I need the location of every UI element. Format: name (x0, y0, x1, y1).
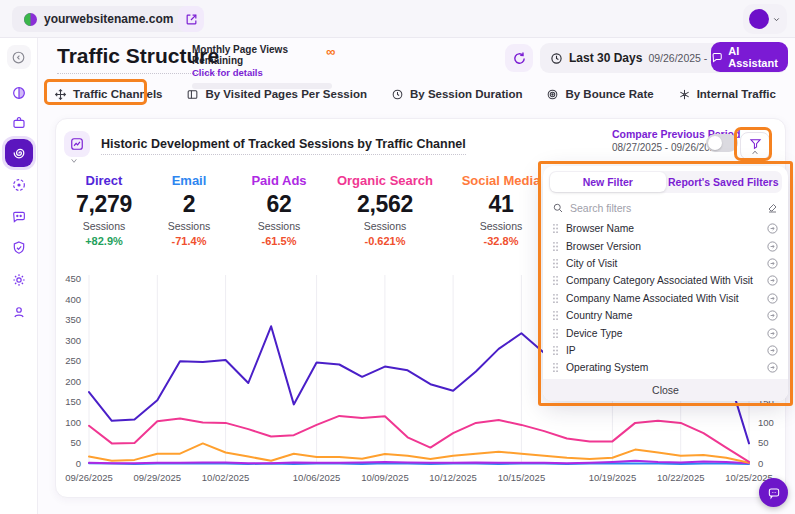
filter-search-row (552, 198, 779, 218)
ai-assistant-label: AI Assistant (728, 45, 788, 69)
tab-session-duration[interactable]: By Session Duration (391, 88, 522, 101)
filter-row[interactable]: Country Name (543, 307, 788, 324)
filter-panel-close-button[interactable]: Close (543, 379, 788, 401)
briefcase-icon (11, 115, 27, 131)
quota-label: Monthly Page Views Remaining (192, 44, 332, 66)
svg-text:250: 250 (65, 355, 81, 366)
filter-row-label: Company Category Associated With Visit (566, 275, 759, 286)
filter-row[interactable]: Browser Name (543, 220, 788, 237)
svg-text:400: 400 (65, 294, 81, 305)
sidebar-item-security[interactable] (11, 240, 27, 256)
svg-text:50: 50 (70, 437, 81, 448)
filter-row[interactable]: Company Category Associated With Visit (543, 272, 788, 289)
filter-panel: New Filter Report's Saved Filters Browse… (543, 166, 788, 401)
filter-row-label: City of Visit (566, 258, 759, 269)
tab-label: Traffic Channels (73, 88, 162, 100)
quota-block: Monthly Page Views Remaining Click for d… (192, 44, 332, 89)
topbar: yourwebsitename.com (0, 0, 795, 38)
filter-panel-tabs: New Filter Report's Saved Filters (549, 171, 782, 193)
sidebar-item-targeting[interactable] (11, 177, 27, 193)
tab-internal-traffic[interactable]: Internal Traffic (678, 88, 776, 101)
svg-text:100: 100 (65, 417, 81, 428)
filter-row-label: Device Type (566, 328, 759, 339)
tab-bounce-rate[interactable]: By Bounce Rate (546, 88, 653, 101)
drag-handle-icon (552, 362, 559, 373)
drag-handle-icon (552, 328, 559, 339)
filter-row-label: Browser Name (566, 223, 759, 234)
svg-text:10/09/2025: 10/09/2025 (361, 472, 409, 483)
sidebar-item-chatbot[interactable] (11, 209, 27, 225)
sidebar-item-settings[interactable] (11, 272, 27, 288)
circle-arrow-right-icon[interactable] (766, 292, 779, 305)
chat-bubble-icon (711, 51, 723, 64)
circle-arrow-right-icon[interactable] (766, 361, 779, 374)
circle-arrow-right-icon[interactable] (766, 257, 779, 270)
svg-text:09/29/2025: 09/29/2025 (134, 472, 182, 483)
arrows-move-icon (54, 88, 67, 101)
tab-new-filter[interactable]: New Filter (550, 172, 666, 192)
user-pin-icon (11, 304, 27, 320)
filter-row[interactable]: IP (543, 342, 788, 359)
open-site-button[interactable] (178, 6, 204, 32)
svg-text:10/15/2025: 10/15/2025 (498, 472, 546, 483)
circle-arrow-right-icon[interactable] (766, 222, 779, 235)
collapse-arrow-icon (11, 50, 26, 65)
circle-arrow-right-icon[interactable] (766, 327, 779, 340)
sidebar-item-projects[interactable] (11, 115, 27, 131)
circle-arrow-right-icon[interactable] (766, 240, 779, 253)
drag-handle-icon (552, 258, 559, 269)
filter-row[interactable]: Company Name Associated With Visit (543, 290, 788, 307)
filter-row[interactable]: City of Visit (543, 255, 788, 272)
svg-text:10/19/2025: 10/19/2025 (589, 472, 637, 483)
sidebar-item-analytics[interactable] (11, 85, 27, 101)
refresh-icon (512, 51, 527, 66)
avatar (749, 9, 769, 29)
domain-selector[interactable]: yourwebsitename.com (12, 6, 203, 32)
svg-text:50: 50 (758, 437, 769, 448)
drag-handle-icon (552, 241, 559, 252)
tab-traffic-channels[interactable]: Traffic Channels (54, 88, 162, 101)
filter-row[interactable]: Browser Version (543, 237, 788, 254)
drag-handle-icon (552, 310, 559, 321)
support-chat-button[interactable] (759, 478, 788, 507)
range-label: Last 30 Days (569, 51, 642, 65)
gear-icon (11, 272, 27, 288)
ai-assistant-button[interactable]: AI Assistant (711, 42, 788, 72)
duration-clock-icon (391, 88, 404, 101)
filter-row-label: Browser Version (566, 241, 759, 252)
sidebar-item-traffic-active[interactable] (5, 139, 33, 167)
circle-arrow-right-icon[interactable] (766, 309, 779, 322)
series-organic-search (89, 416, 749, 462)
drag-handle-icon (552, 223, 559, 234)
sidebar-item-account[interactable] (11, 304, 27, 320)
svg-text:450: 450 (65, 273, 81, 284)
circle-arrow-right-icon[interactable] (766, 274, 779, 287)
spiral-icon (11, 145, 27, 161)
user-menu[interactable] (743, 4, 787, 34)
target-icon (11, 177, 27, 193)
refresh-button[interactable] (505, 44, 533, 72)
bullseye-icon (546, 88, 559, 101)
drag-handle-icon (552, 275, 559, 286)
filter-row[interactable]: Operating System (543, 359, 788, 376)
chevron-down-icon (772, 15, 781, 24)
chat-bot-icon (11, 209, 27, 225)
quota-details-link[interactable]: Click for details (192, 67, 332, 78)
svg-text:300: 300 (65, 335, 81, 346)
filter-row[interactable]: Device Type (543, 324, 788, 341)
tab-saved-filters[interactable]: Report's Saved Filters (666, 172, 782, 192)
drag-handle-icon (552, 293, 559, 304)
tab-label: By Bounce Rate (565, 88, 653, 100)
clock-icon (550, 52, 563, 65)
tab-label: By Visited Pages Per Session (205, 88, 367, 100)
x-axis-labels: 09/26/202509/29/202510/02/202510/06/2025… (65, 472, 773, 483)
filter-search-input[interactable] (570, 202, 761, 214)
svg-text:09/26/2025: 09/26/2025 (65, 472, 113, 483)
svg-text:10/12/2025: 10/12/2025 (429, 472, 477, 483)
sidebar-collapse-button[interactable] (7, 45, 31, 69)
circle-arrow-right-icon[interactable] (766, 344, 779, 357)
tab-visited-pages[interactable]: By Visited Pages Per Session (186, 88, 367, 101)
shield-check-icon (11, 240, 27, 256)
eraser-icon[interactable] (767, 202, 779, 214)
tab-label: By Session Duration (410, 88, 522, 100)
